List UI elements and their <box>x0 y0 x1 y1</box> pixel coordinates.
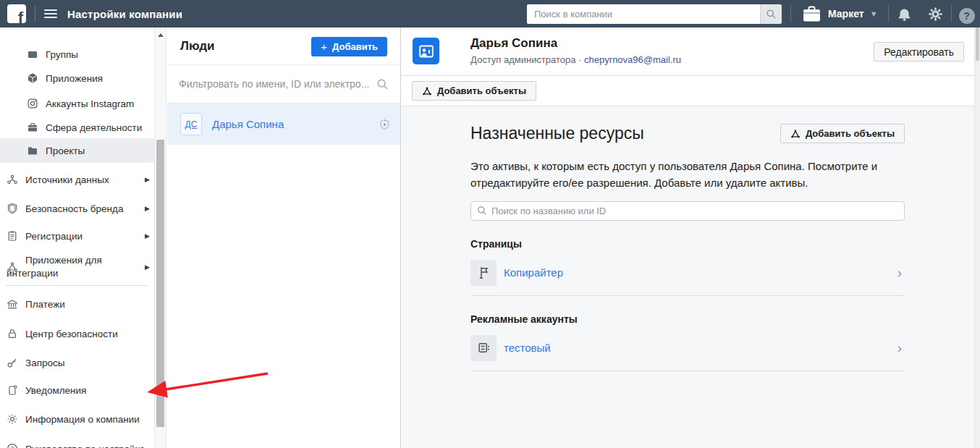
assets-description: Это активы, к которым есть доступ у поль… <box>470 158 890 192</box>
briefcase-icon <box>801 4 822 24</box>
person-name[interactable]: Дарья Сопина <box>212 118 379 130</box>
person-list-item[interactable]: ДС Дарья Сопина <box>167 103 400 145</box>
scroll-up-arrow-icon[interactable] <box>158 33 164 37</box>
briefcase-small-icon <box>26 121 39 134</box>
page-flag-icon <box>470 260 497 286</box>
svg-text:?: ? <box>11 445 14 448</box>
assets-search-input[interactable] <box>491 206 898 216</box>
page-asset-row[interactable]: Копирайтер › <box>470 260 905 286</box>
topbar-search <box>527 4 782 24</box>
sidebar-item-data-sources[interactable]: Источники данных ▶ <box>0 167 154 192</box>
bell-icon <box>897 6 912 22</box>
objects-triangle-icon <box>790 129 801 139</box>
hamburger-menu-icon[interactable] <box>44 9 57 18</box>
person-card-icon <box>418 43 434 59</box>
sidebar-divider <box>6 285 148 286</box>
add-person-button[interactable]: + Добавить <box>311 37 387 56</box>
admin-shield-icon <box>379 119 390 130</box>
sidebar-item-business-sphere[interactable]: Сфера деятельности <box>0 115 154 140</box>
person-email-link[interactable]: chepyrnova96@mail.ru <box>584 54 681 65</box>
topbar-search-input[interactable] <box>527 4 760 24</box>
notifications-button[interactable] <box>889 6 920 22</box>
detail-header: Дарья Сопина Доступ администратора · che… <box>402 28 974 76</box>
instagram-icon <box>26 97 39 110</box>
app-title: Настройки компании <box>67 8 182 20</box>
topbar-right: Маркет ▼ ? <box>790 0 980 28</box>
sidebar-item-instagram-accounts[interactable]: Аккаунты Instagram <box>0 91 154 116</box>
sidebar-item-apps[interactable]: Приложения <box>0 66 154 90</box>
assigned-assets-title: Назначенные ресурсы <box>470 124 644 143</box>
sidebar-scrollbar[interactable] <box>154 28 166 448</box>
expand-chevron-icon: ▶ <box>145 263 150 271</box>
help-button[interactable]: ? <box>959 8 975 24</box>
pages-section: Страницы Копирайтер › <box>470 238 905 296</box>
people-filter-input[interactable] <box>179 78 372 90</box>
gear-small-icon <box>6 413 19 426</box>
add-objects-button-content[interactable]: Добавить объекты <box>780 124 905 143</box>
topbar: f Настройки компании Маркет ▼ <box>0 0 980 28</box>
groups-icon <box>26 48 39 61</box>
expand-chevron-icon: ▶ <box>145 205 150 212</box>
shield-icon <box>6 202 19 215</box>
pages-header: Страницы <box>470 238 905 250</box>
edit-button[interactable]: Редактировать <box>874 42 964 62</box>
chevron-right-icon: › <box>897 340 902 356</box>
key-icon <box>6 356 19 369</box>
sidebar-item-groups[interactable]: Группы <box>0 42 154 67</box>
detail-panel: Дарья Сопина Доступ администратора · che… <box>402 28 974 448</box>
sidebar-item-setup-guide[interactable]: ? Руководство по настройке <box>0 436 154 448</box>
access-level: Доступ администратора <box>470 54 576 65</box>
folder-icon <box>26 144 39 157</box>
detail-toolbar: Добавить объекты <box>402 76 974 106</box>
page-scrollbar[interactable] <box>974 0 980 448</box>
expand-chevron-icon: ▶ <box>145 176 150 183</box>
sidebar-nav: Группы Приложения Аккаунты Instagram Сфе… <box>0 28 154 448</box>
topbar-divider <box>35 6 35 22</box>
expand-chevron-icon: ▶ <box>145 232 150 240</box>
business-settings-window: f Настройки компании Маркет ▼ <box>0 0 980 448</box>
objects-triangle-icon <box>422 86 432 96</box>
sidebar-item-requests[interactable]: Запросы <box>0 350 154 375</box>
ad-accounts-header: Рекламные аккаунты <box>470 313 905 325</box>
gear-icon <box>928 7 943 22</box>
topbar-search-button[interactable] <box>760 4 782 24</box>
notification-icon <box>6 384 19 397</box>
question-circle-icon: ? <box>6 442 19 448</box>
row-divider <box>470 295 905 296</box>
people-title: Люди <box>180 39 214 54</box>
question-mark-icon: ? <box>963 10 970 22</box>
sidebar-item-security-center[interactable]: Центр безопасности <box>0 321 154 346</box>
lock-icon <box>6 327 19 340</box>
detail-person-name: Дарья Сопина <box>470 36 557 51</box>
facebook-logo-icon[interactable]: f <box>7 4 26 23</box>
ad-account-icon <box>470 335 497 361</box>
ad-account-asset-row[interactable]: тестовый › <box>470 335 905 361</box>
business-name: Маркет <box>828 8 864 20</box>
search-icon <box>477 206 487 216</box>
sidebar-item-registrations[interactable]: Регистрации ▶ <box>0 224 154 248</box>
search-icon <box>376 78 389 90</box>
sidebar-item-projects[interactable]: Проекты <box>0 138 154 163</box>
add-objects-button-toolbar[interactable]: Добавить объекты <box>412 81 536 101</box>
page-link[interactable]: Копирайтер <box>504 266 897 279</box>
ad-accounts-section: Рекламные аккаунты тестовый › <box>470 313 905 371</box>
chevron-right-icon: › <box>897 265 902 281</box>
business-switcher[interactable]: Маркет ▼ <box>791 4 888 24</box>
ad-account-link[interactable]: тестовый <box>504 342 897 354</box>
sidebar-item-notifications[interactable]: Уведомления <box>0 378 154 402</box>
bank-icon <box>6 297 19 310</box>
people-header: Люди + Добавить <box>167 28 400 65</box>
sidebar-item-payments[interactable]: Платежи <box>0 292 154 316</box>
person-initials-avatar: ДС <box>180 113 202 135</box>
sidebar-item-business-info[interactable]: Информация о компании <box>0 407 154 431</box>
chevron-down-icon: ▼ <box>870 9 878 18</box>
assets-search <box>470 201 905 221</box>
plus-icon: + <box>321 41 327 53</box>
sidebar-item-brand-safety[interactable]: Безопасность бренда ▶ <box>0 196 154 221</box>
assigned-assets-section: Назначенные ресурсы Добавить объекты Это… <box>470 106 905 371</box>
sidebar-scrollbar-thumb[interactable] <box>156 140 164 427</box>
settings-button[interactable] <box>920 7 951 22</box>
row-divider <box>470 371 905 371</box>
people-filter-row <box>167 65 400 103</box>
sidebar-item-integrations[interactable]: Приложения для интеграции ▶ <box>0 250 154 284</box>
